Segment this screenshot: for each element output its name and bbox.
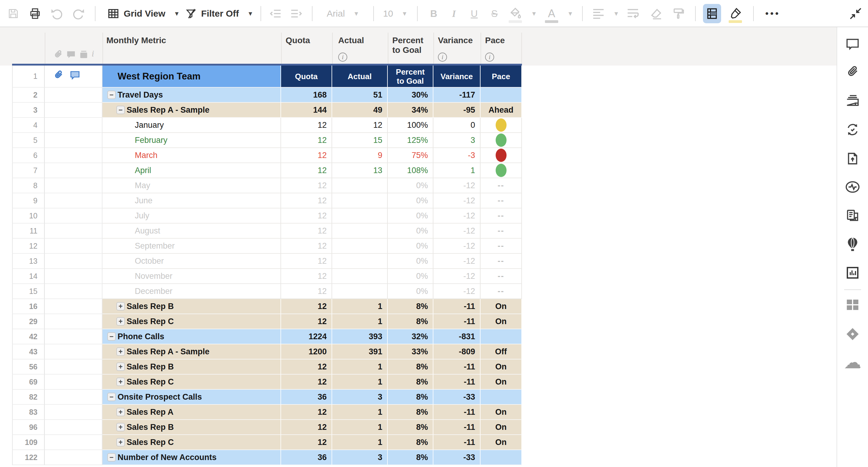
actual-cell[interactable]	[332, 239, 388, 254]
quota-cell[interactable]: 12	[281, 314, 332, 329]
collapse-row-button[interactable]: −	[107, 453, 116, 462]
apps-icon[interactable]	[846, 298, 860, 312]
pace-cell[interactable]	[480, 450, 522, 465]
expand-row-button[interactable]: +	[116, 302, 125, 310]
strikethrough-button[interactable]: S	[485, 0, 503, 27]
percent-cell[interactable]: 108%	[388, 163, 433, 178]
row-indicator-cell[interactable]	[45, 118, 102, 133]
undo-button[interactable]	[49, 0, 65, 27]
pace-cell[interactable]: --	[480, 208, 522, 224]
percent-cell[interactable]: 8%	[388, 435, 433, 450]
metric-cell[interactable]: − Travel Days	[102, 88, 281, 103]
metric-cell[interactable]: + Sales Rep B	[102, 420, 281, 435]
expand-row-button[interactable]: +	[116, 423, 125, 431]
pace-cell[interactable]: --	[480, 224, 522, 239]
expand-row-button[interactable]: +	[116, 438, 125, 446]
premium-apps-icon[interactable]	[845, 327, 860, 342]
row-indicator-cell[interactable]	[45, 450, 102, 465]
row-indicator-cell[interactable]	[45, 329, 102, 344]
percent-cell[interactable]: 8%	[388, 450, 433, 465]
row-number[interactable]: 14	[12, 269, 45, 284]
percent-cell[interactable]: 0%	[388, 284, 433, 299]
variance-cell[interactable]: -12	[433, 178, 480, 193]
percent-cell[interactable]: 0%	[388, 193, 433, 208]
header-cell-percent[interactable]: Percent to Goal	[388, 66, 433, 88]
metric-cell[interactable]: + Sales Rep C	[102, 435, 281, 450]
attachments-icon[interactable]	[846, 65, 860, 80]
percent-cell[interactable]: 0%	[388, 239, 433, 254]
variance-cell[interactable]: -12	[433, 254, 480, 269]
clear-format-button[interactable]	[647, 0, 666, 27]
metric-cell[interactable]: June	[102, 193, 281, 208]
quota-cell[interactable]: 12	[281, 374, 332, 390]
variance-cell[interactable]: -12	[433, 284, 480, 299]
pace-cell[interactable]: Off	[480, 344, 522, 360]
quota-cell[interactable]: 144	[281, 103, 332, 118]
variance-cell[interactable]: -12	[433, 224, 480, 239]
percent-cell[interactable]: 8%	[388, 374, 433, 390]
info-icon[interactable]: i	[92, 48, 94, 59]
quota-cell[interactable]: 12	[281, 269, 332, 284]
row-indicator-cell[interactable]	[45, 299, 102, 314]
row-number[interactable]: 96	[12, 420, 45, 435]
variance-cell[interactable]: -11	[433, 435, 480, 450]
variance-cell[interactable]: -3	[433, 148, 480, 163]
header-cell-quota[interactable]: Quota	[281, 66, 332, 88]
actual-cell[interactable]: 9	[332, 148, 388, 163]
row-number[interactable]: 69	[12, 374, 45, 390]
fill-color-button[interactable]	[505, 0, 525, 27]
pace-cell[interactable]	[480, 148, 522, 163]
variance-cell[interactable]: -12	[433, 269, 480, 284]
actual-cell[interactable]: 12	[332, 118, 388, 133]
text-color-button[interactable]: A	[541, 0, 562, 27]
pace-cell[interactable]: On	[480, 360, 522, 374]
pace-cell[interactable]: On	[480, 405, 522, 420]
percent-cell[interactable]: 34%	[388, 103, 433, 118]
row-number[interactable]: 3	[12, 103, 45, 118]
metric-cell[interactable]: September	[102, 239, 281, 254]
actual-cell[interactable]	[332, 284, 388, 299]
pace-cell[interactable]: --	[480, 254, 522, 269]
header-cell-variance[interactable]: Variance	[433, 66, 480, 88]
pace-cell[interactable]: On	[480, 314, 522, 329]
attachment-icon[interactable]	[53, 70, 64, 83]
actual-cell[interactable]: 1	[332, 405, 388, 420]
pace-cell[interactable]: Ahead	[480, 103, 522, 118]
column-header-actual[interactable]: Actual	[338, 36, 364, 45]
variance-cell[interactable]: -12	[433, 193, 480, 208]
info-icon[interactable]: i	[485, 53, 494, 62]
row-number[interactable]: 2	[12, 88, 45, 103]
variance-cell[interactable]: 3	[433, 133, 480, 148]
metric-cell[interactable]: + Sales Rep B	[102, 299, 281, 314]
percent-cell[interactable]: 8%	[388, 314, 433, 329]
pace-cell[interactable]: --	[480, 239, 522, 254]
italic-button[interactable]: I	[445, 0, 463, 27]
quota-cell[interactable]: 12	[281, 163, 332, 178]
pace-cell[interactable]: --	[480, 269, 522, 284]
row-indicator-cell[interactable]	[45, 148, 102, 163]
column-header-quota[interactable]: Quota	[286, 36, 310, 45]
quota-cell[interactable]: 12	[281, 405, 332, 420]
actual-cell[interactable]: 1	[332, 360, 388, 374]
conversations-icon[interactable]	[845, 37, 860, 52]
percent-cell[interactable]: 8%	[388, 299, 433, 314]
quota-cell[interactable]: 12	[281, 208, 332, 224]
row-number[interactable]: 29	[12, 314, 45, 329]
metric-cell[interactable]: − Number of New Accounts	[102, 450, 281, 465]
row-indicator-cell[interactable]	[45, 88, 102, 103]
card-format-toggle-button[interactable]	[703, 4, 721, 23]
row-indicator-cell[interactable]	[45, 284, 102, 299]
row-number[interactable]: 9	[12, 193, 45, 208]
row-number[interactable]: 4	[12, 118, 45, 133]
reports-icon[interactable]	[846, 266, 860, 281]
quota-cell[interactable]: 12	[281, 178, 332, 193]
pace-cell[interactable]: --	[480, 284, 522, 299]
pace-cell[interactable]: --	[480, 178, 522, 193]
actual-cell[interactable]: 15	[332, 133, 388, 148]
variance-cell[interactable]: 1	[433, 163, 480, 178]
update-requests-icon[interactable]	[846, 123, 860, 138]
quota-cell[interactable]: 12	[281, 254, 332, 269]
quota-cell[interactable]: 36	[281, 450, 332, 465]
wrap-text-button[interactable]	[623, 0, 643, 27]
highlight-button[interactable]	[725, 0, 745, 27]
